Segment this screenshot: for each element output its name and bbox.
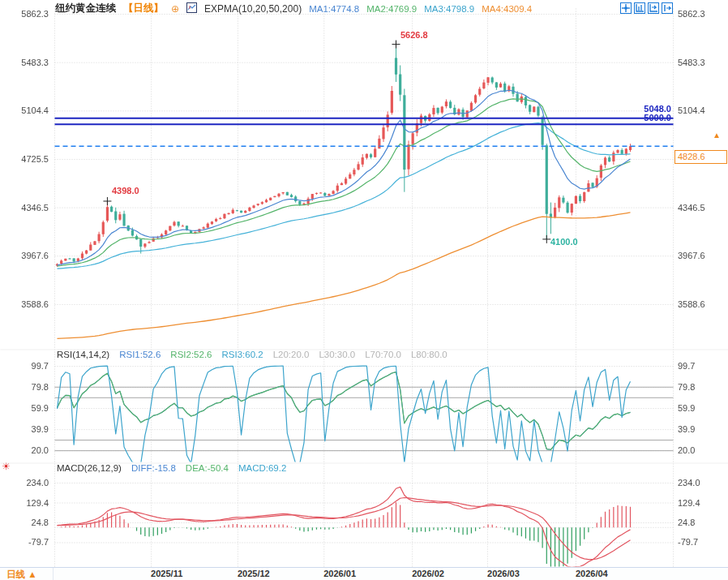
time-axis-bar: 日线 ▲ 2025/112025/122026/012026/022026/03…	[0, 567, 728, 580]
macd-tick-label: 234.0	[678, 477, 700, 488]
rsi-tick-label: 79.8	[678, 381, 695, 393]
annotation-feb-high: 5626.8	[400, 30, 428, 40]
price-tick-label: 5104.4	[0, 105, 49, 116]
macd-title[interactable]: MACD(26,12,9)	[57, 463, 122, 473]
rsi-l80-label: L80:80.0	[411, 350, 448, 359]
period-tag[interactable]: 【日线】	[123, 2, 164, 15]
price-tick-label: 5483.3	[678, 57, 705, 68]
crosshair-icon[interactable]	[620, 2, 632, 14]
ma3-value: MA3:4798.9	[424, 4, 474, 14]
price-up-arrow-icon: ▲	[713, 131, 721, 140]
rsi-l20-label: L20:20.0	[273, 350, 310, 359]
rsi-l30-label: L30:30.0	[319, 350, 355, 359]
price-tick-label: 5483.3	[0, 57, 49, 68]
rsi-tick-label: 59.9	[678, 402, 695, 414]
price-tick-label: 3588.6	[678, 299, 705, 310]
rsi2-value: RSI2:52.6	[170, 350, 212, 359]
ma4-value: MA4:4309.4	[482, 4, 532, 14]
time-axis-month-label: 2026/01	[323, 569, 356, 578]
rsi-tick-label: 79.8	[0, 381, 49, 393]
hline-label-5000[interactable]: 5000.0	[644, 113, 671, 122]
rsi-tick-label: 20.0	[0, 445, 49, 456]
macd-tick-label: 234.0	[0, 477, 49, 488]
live-indicator-icon[interactable]: ☀	[2, 461, 11, 472]
price-tick-label: 5104.4	[678, 105, 705, 116]
ma2-value: MA2:4769.9	[366, 4, 417, 14]
rsi-tick-label: 39.9	[678, 423, 695, 435]
macd-value: MACD:69.2	[238, 463, 286, 473]
period-selector[interactable]: 日线 ▲	[0, 568, 54, 580]
period-label: 日线	[6, 569, 25, 579]
price-tick-label: 4346.5	[678, 202, 705, 213]
macd-tick-label: 129.4	[678, 497, 700, 509]
dea-value: DEA:-50.4	[186, 463, 229, 473]
chart-app: 纽约黄金连续 【日线】 ⊕ EXPMA(10,20,50,200) MA1:47…	[0, 0, 728, 580]
time-axis-month-label: 2026/04	[576, 569, 608, 578]
mini-chart-icon	[186, 2, 197, 15]
main-chart-header: 纽约黄金连续 【日线】 ⊕ EXPMA(10,20,50,200) MA1:47…	[55, 2, 532, 15]
period-arrow-icon: ▲	[28, 569, 36, 579]
diff-value: DIFF:-15.8	[131, 463, 176, 473]
axis-scale-icon[interactable]	[634, 2, 645, 14]
chart-canvas[interactable]	[0, 0, 728, 580]
price-tick-label: 5862.3	[678, 8, 705, 19]
rsi-header: RSI(14,14,2) RSI1:52.6 RSI2:52.6 RSI3:60…	[57, 350, 448, 359]
macd-tick-label: -79.7	[678, 536, 698, 548]
macd-tick-label: -79.7	[0, 536, 49, 548]
expand-icon[interactable]: ⊕	[171, 3, 179, 15]
price-tick-label: 3588.6	[0, 299, 49, 310]
axis-pan-icon[interactable]	[648, 2, 659, 14]
rsi-tick-label: 99.7	[678, 360, 695, 372]
rsi3-value: RSI3:60.2	[222, 350, 263, 359]
price-tick-label: 5862.3	[0, 8, 49, 19]
rsi-tick-label: 20.0	[678, 445, 695, 456]
macd-tick-label: 129.4	[0, 497, 49, 509]
price-tick-label: 3967.6	[678, 250, 705, 261]
annotation-mar-low: 4100.0	[550, 237, 578, 247]
latest-bar-icon[interactable]	[662, 2, 673, 14]
rsi1-value: RSI1:52.6	[119, 350, 161, 359]
rsi-tick-label: 39.9	[0, 423, 49, 435]
rsi-tick-label: 99.7	[0, 360, 49, 372]
price-tick-label: 3967.6	[0, 250, 49, 261]
rsi-title[interactable]: RSI(14,14,2)	[57, 350, 109, 359]
time-axis-month-label: 2025/11	[151, 569, 182, 578]
macd-header: MACD(26,12,9) DIFF:-15.8 DEA:-50.4 MACD:…	[57, 463, 286, 473]
time-axis-month-label: 2026/02	[412, 569, 444, 578]
price-tick-label: 4346.5	[0, 202, 49, 213]
rsi-tick-label: 59.9	[0, 402, 49, 414]
macd-tick-label: 24.8	[678, 517, 695, 528]
symbol-title: 纽约黄金连续	[55, 2, 116, 15]
time-axis-month-label: 2026/03	[487, 569, 520, 578]
ma1-value: MA1:4774.8	[309, 4, 359, 14]
macd-tick-label: 24.8	[0, 517, 49, 528]
time-axis-month-label: 2025/12	[238, 569, 270, 578]
annotation-oct-high: 4398.0	[112, 186, 139, 195]
last-price-badge: 4828.6	[674, 150, 727, 164]
indicator-title[interactable]: EXPMA(10,20,50,200)	[204, 3, 302, 15]
price-tick-label: 4725.5	[0, 153, 49, 165]
chart-toolbar	[620, 2, 673, 14]
rsi-l70-label: L70:70.0	[365, 350, 401, 359]
